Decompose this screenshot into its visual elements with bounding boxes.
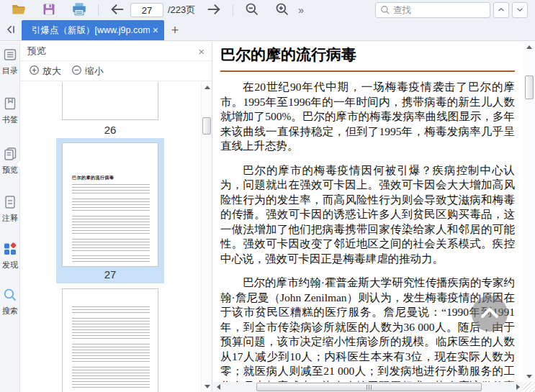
triangle-right-icon — [516, 384, 520, 390]
search-blue-icon — [3, 288, 17, 304]
open-file-button[interactable] — [10, 1, 27, 19]
scroll-up-button[interactable] — [523, 42, 535, 53]
toolbar-separator — [98, 4, 99, 16]
printer-icon — [71, 1, 87, 19]
thumbnail-text-block — [72, 318, 150, 340]
new-tab-button[interactable]: + — [164, 20, 186, 40]
sidebar-item-preview[interactable]: 预览 — [0, 147, 20, 174]
vertical-scrollbar-thumb[interactable] — [525, 76, 534, 99]
thumb-grip-icon — [369, 385, 369, 390]
scroll-down-button[interactable] — [202, 381, 213, 392]
tab-bar: 引爆点（新版）[www.j9p.com] × + — [0, 20, 535, 41]
find-group — [375, 2, 528, 18]
thumbnail-text-block — [72, 367, 150, 389]
thumbnail-zoom-out-button[interactable]: 缩小 — [71, 65, 104, 78]
thumbnail-page-27-selected[interactable]: 巴尔的摩的流行病毒 27 — [56, 138, 164, 283]
sidebar-item-label: 注释 — [1, 214, 19, 222]
thumb-grip-icon — [367, 385, 367, 390]
print-button[interactable] — [71, 1, 88, 19]
back-to-top-button[interactable] — [472, 296, 508, 332]
scroll-right-button[interactable] — [513, 382, 523, 392]
tab-close-icon[interactable]: × — [153, 24, 158, 36]
thumbnail-text-block — [72, 306, 150, 314]
previous-page-button[interactable] — [109, 1, 126, 19]
chevron-up-icon — [479, 305, 500, 323]
paragraph: 巴尔的摩市的梅毒疫情因何被引爆？疾病控制中心认为，问题就出在强效可卡因上。强效可… — [220, 163, 515, 267]
preview-header: 预览 × — [20, 42, 212, 61]
thumbnail-page-27[interactable]: 巴尔的摩的流行病毒 — [62, 142, 158, 267]
toolbar-overflow-button[interactable]: » — [298, 4, 303, 16]
preview-scrollbar-thumb[interactable] — [202, 117, 211, 135]
thumbnail-text-block — [72, 255, 150, 263]
collapse-tabs-button[interactable] — [0, 20, 22, 40]
thumbnail-zoom-out-label: 缩小 — [85, 65, 104, 78]
collapse-panel-icon — [5, 24, 17, 37]
thumbnail-text-block — [72, 239, 150, 252]
find-next-button[interactable] — [512, 2, 528, 18]
paragraph: 在20世纪90年代中期，一场梅毒疫情袭击了巴尔的摩市。1995年至1996年的一… — [220, 80, 515, 154]
annotation-page-icon — [3, 195, 17, 211]
sidebar-item-search[interactable]: 搜索 — [0, 288, 20, 315]
circle-plus-icon — [29, 65, 42, 78]
find-box[interactable] — [375, 2, 490, 18]
zoom-out-icon — [245, 2, 259, 19]
thumbnail-page-26[interactable] — [62, 82, 158, 120]
sidebar-item-label: 书签 — [1, 115, 19, 124]
zoom-in-button[interactable] — [274, 1, 291, 19]
sidebar-nav: 目录 书签 预览 注释 发现 搜索 — [0, 42, 20, 392]
preview-close-icon[interactable]: × — [198, 45, 204, 58]
arrow-right-icon — [206, 1, 222, 19]
preview-scrollbar[interactable] — [201, 82, 212, 392]
arrow-left-icon — [109, 1, 125, 19]
thumbnail-list: 26 巴尔的摩的流行病毒 27 — [20, 82, 200, 392]
chevron-down-icon — [515, 4, 525, 17]
thumbnail-mini-title: 巴尔的摩的流行病毒 — [72, 175, 114, 181]
zoom-out-button[interactable] — [243, 1, 261, 19]
sidebar-item-discover[interactable]: 发现 — [0, 242, 20, 269]
toolbar-separator — [233, 4, 233, 16]
thumbnail-page-number: 26 — [20, 124, 200, 136]
sidebar-item-label: 目录 — [1, 66, 19, 75]
sidebar-item-bookmarks[interactable]: 书签 — [0, 96, 20, 124]
scroll-up-button[interactable] — [202, 82, 213, 93]
chevron-up-icon — [496, 4, 506, 17]
folder-open-icon — [11, 1, 27, 19]
thumbnail-zoom-in-button[interactable]: 放大 — [29, 65, 61, 78]
scroll-left-button[interactable] — [213, 382, 224, 392]
sidebar-item-label: 搜索 — [1, 306, 19, 315]
sidebar-item-toc[interactable]: 目录 — [0, 47, 20, 75]
sidebar-item-annotations[interactable]: 注释 — [0, 195, 20, 222]
preview-panel-title: 预览 — [27, 45, 198, 58]
find-previous-button[interactable] — [493, 2, 509, 18]
scroll-down-button[interactable] — [523, 371, 535, 382]
thumbnail-text-block — [72, 344, 150, 363]
tab-document[interactable]: 引爆点（新版）[www.j9p.com] × — [22, 20, 164, 40]
page-number-input[interactable] — [130, 3, 163, 17]
thumbnail-page-number: 27 — [20, 268, 200, 281]
thumbnail-page-28[interactable] — [62, 288, 158, 392]
sidebar-item-label: 发现 — [1, 260, 19, 269]
preview-zoom-row: 放大 缩小 — [20, 61, 212, 81]
thumbnail-zoom-in-label: 放大 — [42, 65, 61, 78]
find-input[interactable] — [393, 5, 480, 15]
save-button[interactable] — [40, 1, 58, 19]
title-rule — [220, 70, 515, 72]
paragraph: 巴尔的摩市约翰·霍普金斯大学研究性传播疾病的专家约翰·詹尼曼（John Zeni… — [220, 275, 515, 382]
preview-pages-icon — [3, 147, 17, 163]
next-page-button[interactable] — [205, 1, 222, 19]
triangle-down-icon — [204, 385, 210, 388]
discover-grid-icon — [3, 242, 17, 258]
thumbnail-text-block — [72, 184, 150, 195]
thumbnail-text-block — [72, 216, 150, 235]
document-title: 巴尔的摩的流行病毒 — [220, 45, 515, 65]
document-vertical-scrollbar[interactable] — [523, 42, 535, 382]
sidebar-item-label: 预览 — [1, 165, 19, 174]
document-horizontal-scrollbar[interactable] — [213, 382, 523, 392]
document-page: 巴尔的摩的流行病毒 在20世纪90年代中期，一场梅毒疫情袭击了巴尔的摩市。199… — [220, 42, 515, 382]
resize-grip[interactable] — [523, 382, 535, 392]
horizontal-scrollbar-thumb[interactable] — [256, 383, 482, 391]
bookmark-book-icon — [3, 96, 17, 113]
triangle-left-icon — [217, 384, 220, 390]
save-floppy-icon — [42, 2, 56, 19]
circle-minus-icon — [71, 65, 85, 78]
